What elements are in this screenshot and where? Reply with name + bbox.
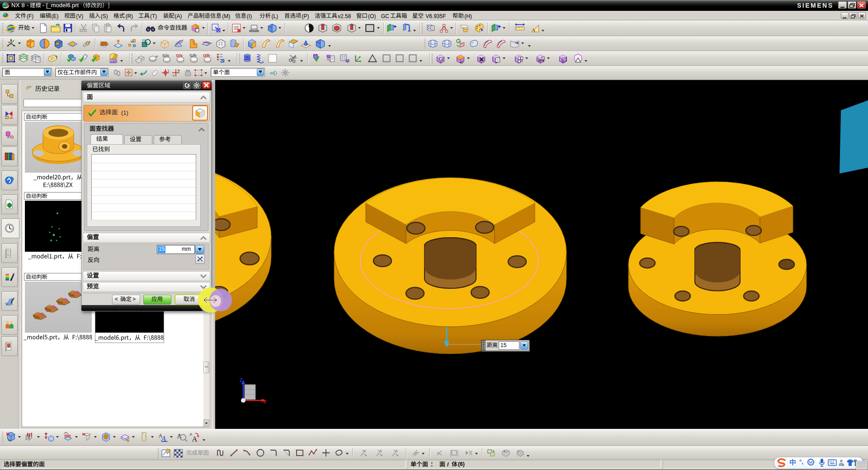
svg-text:A: A: [192, 435, 198, 442]
svg-text:A: A: [177, 432, 182, 440]
svg-text:X: X: [263, 399, 267, 404]
svg-text:ABC: ABC: [110, 60, 117, 63]
svg-text:Z: Z: [240, 377, 243, 383]
svg-text:s: s: [842, 463, 844, 466]
